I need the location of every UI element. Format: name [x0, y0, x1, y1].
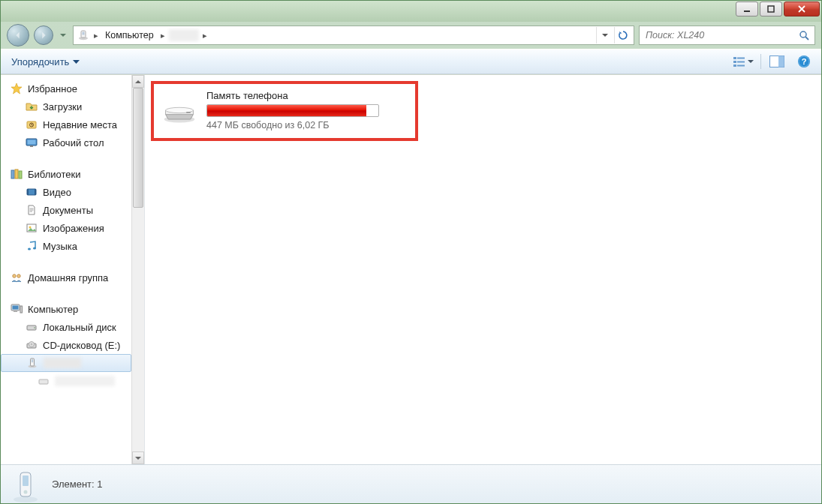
tree-label-blurred: [44, 358, 81, 368]
computer-icon: [10, 302, 23, 316]
svg-rect-1: [768, 6, 774, 12]
tree-label: Рабочий стол: [43, 137, 104, 148]
homegroup-icon: [10, 271, 23, 284]
tree-downloads[interactable]: Загрузки: [1, 98, 131, 116]
minimize-button[interactable]: [736, 2, 758, 16]
tree-phone-memory-partial[interactable]: [1, 372, 131, 390]
svg-rect-37: [20, 306, 23, 313]
chevron-down-icon: [73, 58, 80, 65]
breadcrumb-computer[interactable]: Компьютер: [102, 30, 157, 40]
phone-device-icon: [26, 356, 39, 370]
tree: Избранное Загрузки Недавние места Рабочи…: [1, 80, 144, 390]
help-icon: ?: [797, 55, 811, 68]
svg-point-34: [17, 274, 20, 278]
svg-rect-7: [733, 57, 736, 59]
sidebar-scrollbar[interactable]: [131, 75, 144, 464]
tree-recent-places[interactable]: Недавние места: [1, 116, 131, 134]
drive-usage-bar: [206, 104, 379, 117]
svg-rect-53: [23, 476, 29, 486]
drive-icon: [37, 374, 50, 388]
drive-usage-fill: [207, 105, 366, 116]
chevron-down-icon: [748, 58, 754, 64]
tree-favorites[interactable]: Избранное: [1, 80, 131, 98]
tree-desktop[interactable]: Рабочий стол: [1, 134, 131, 152]
svg-point-32: [33, 248, 36, 250]
drive-title: Память телефона: [206, 90, 379, 101]
svg-rect-0: [744, 10, 750, 12]
close-button[interactable]: [784, 2, 820, 16]
tree-cd-drive[interactable]: CD-дисковод (E:): [1, 336, 131, 354]
view-list-icon: [733, 56, 746, 68]
back-button[interactable]: [7, 24, 29, 46]
svg-point-30: [29, 226, 32, 229]
device-location-icon: [77, 28, 90, 42]
svg-rect-47: [39, 380, 48, 384]
forward-button[interactable]: [34, 26, 53, 45]
refresh-button[interactable]: [614, 27, 631, 44]
documents-icon: [25, 203, 38, 217]
tree-label: Документы: [43, 205, 93, 216]
organize-menu[interactable]: Упорядочить: [7, 54, 84, 70]
tree-label: Музыка: [43, 241, 77, 252]
search-button[interactable]: [793, 30, 814, 41]
breadcrumb-arrow-icon[interactable]: ▸: [200, 31, 209, 40]
address-bar[interactable]: ▸ Компьютер ▸ ▸: [73, 26, 634, 45]
tree-label: Недавние места: [43, 119, 117, 130]
breadcrumb-device-blurred[interactable]: [169, 29, 199, 41]
nav-history-dropdown[interactable]: [58, 25, 68, 46]
tree-homegroup[interactable]: Домашняя группа: [1, 268, 131, 286]
status-device-icon: [10, 468, 41, 501]
svg-rect-4: [83, 32, 85, 35]
help-button[interactable]: ?: [793, 52, 815, 70]
svg-rect-21: [28, 140, 36, 145]
svg-rect-46: [32, 359, 33, 362]
tree-computer[interactable]: Компьютер: [1, 300, 131, 318]
svg-rect-38: [14, 311, 17, 313]
recent-places-icon: [25, 118, 38, 131]
drive-icon: [25, 320, 38, 334]
navigation-pane: Избранное Загрузки Недавние места Рабочи…: [1, 75, 145, 464]
svg-rect-11: [733, 64, 736, 67]
star-icon: [10, 82, 23, 95]
svg-rect-10: [737, 62, 745, 63]
maximize-button[interactable]: [760, 2, 782, 16]
search-box[interactable]: [639, 26, 815, 45]
tree-label: Домашняя группа: [28, 272, 108, 284]
explorer-window: ▸ Компьютер ▸ ▸ Упорядочить: [0, 0, 822, 504]
breadcrumb-arrow-icon[interactable]: ▸: [158, 31, 167, 40]
svg-rect-28: [35, 189, 36, 195]
scroll-thumb[interactable]: [133, 88, 143, 208]
tree-libraries[interactable]: Библиотеки: [1, 165, 131, 183]
scroll-down-button[interactable]: [132, 452, 144, 464]
view-mode-button[interactable]: [730, 54, 756, 69]
tree-label: Загрузки: [43, 101, 82, 112]
svg-point-54: [24, 490, 28, 494]
tree-videos[interactable]: Видео: [1, 183, 131, 201]
tree-pictures[interactable]: Изображения: [1, 219, 131, 237]
svg-rect-8: [737, 58, 745, 59]
navigation-bar: ▸ Компьютер ▸ ▸: [1, 22, 821, 49]
video-icon: [25, 185, 38, 199]
tree-label: Избранное: [28, 83, 77, 94]
tree-label: CD-дисковод (E:): [43, 340, 120, 351]
scroll-up-button[interactable]: [132, 75, 144, 88]
cd-drive-icon: [25, 338, 38, 352]
libraries-icon: [10, 167, 23, 181]
drive-item-highlighted[interactable]: Память телефона 447 МБ свободно из 6,02 …: [151, 81, 418, 141]
drive-large-icon: [161, 95, 197, 125]
svg-rect-36: [13, 306, 19, 310]
svg-point-40: [34, 327, 35, 328]
address-dropdown-button[interactable]: [596, 27, 613, 44]
breadcrumb-arrow-icon[interactable]: ▸: [92, 31, 101, 40]
tree-current-device[interactable]: [1, 354, 131, 372]
svg-rect-22: [30, 146, 33, 147]
titlebar: [1, 1, 821, 22]
preview-pane-button[interactable]: [766, 52, 788, 70]
content-area[interactable]: Память телефона 447 МБ свободно из 6,02 …: [145, 75, 821, 464]
search-input[interactable]: [640, 30, 793, 40]
tree-music[interactable]: Музыка: [1, 237, 131, 255]
tree-label: Локальный диск: [43, 322, 116, 333]
tree-local-disk[interactable]: Локальный диск: [1, 318, 131, 336]
tree-documents[interactable]: Документы: [1, 201, 131, 219]
organize-label: Упорядочить: [11, 56, 69, 68]
